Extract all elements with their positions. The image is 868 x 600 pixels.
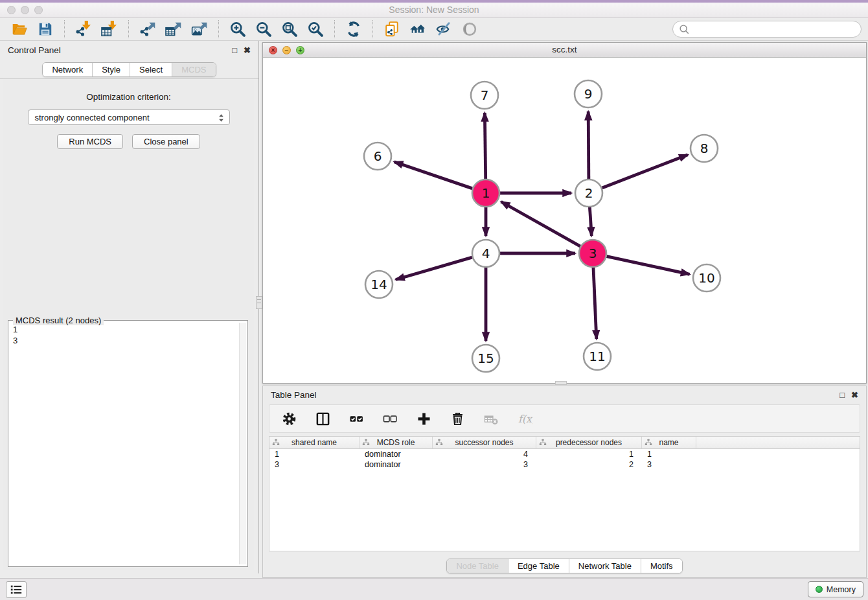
edge-2-3[interactable] bbox=[589, 207, 591, 236]
eye-button[interactable] bbox=[459, 19, 480, 39]
tab-network[interactable]: Network bbox=[43, 63, 92, 76]
add-row-button[interactable] bbox=[413, 409, 434, 428]
node-11[interactable]: 11 bbox=[584, 343, 611, 370]
result-scrollbar[interactable] bbox=[239, 323, 246, 564]
result-line: 1 bbox=[13, 324, 234, 335]
node-4[interactable]: 4 bbox=[472, 240, 499, 267]
node-3[interactable]: 3 bbox=[579, 240, 606, 267]
edge-3-1[interactable] bbox=[501, 202, 580, 246]
minimize-network-icon[interactable]: − bbox=[282, 46, 291, 54]
shared-column-icon bbox=[435, 439, 443, 446]
shared-column-icon bbox=[539, 439, 547, 446]
node-6[interactable]: 6 bbox=[364, 143, 391, 170]
tab-network-table[interactable]: Network Table bbox=[569, 559, 641, 573]
export-table-icon bbox=[165, 21, 182, 38]
table-row[interactable]: 1dominator411 bbox=[269, 449, 860, 459]
svg-text:3: 3 bbox=[589, 246, 597, 261]
columns-button[interactable] bbox=[312, 409, 333, 428]
zoom-out-button[interactable] bbox=[253, 19, 274, 39]
edge-2-9[interactable] bbox=[588, 111, 589, 179]
close-window-button[interactable] bbox=[7, 6, 16, 14]
delete-row-button[interactable] bbox=[447, 409, 468, 428]
table-row[interactable]: 3dominator323 bbox=[269, 459, 860, 470]
function-button[interactable]: f(x) bbox=[514, 409, 535, 428]
node-7[interactable]: 7 bbox=[471, 82, 498, 109]
minimize-window-button[interactable] bbox=[21, 6, 29, 14]
edge-3-11[interactable] bbox=[593, 268, 597, 339]
table-header-row: shared nameMCDS rolesuccessor nodesprede… bbox=[269, 437, 860, 449]
node-15[interactable]: 15 bbox=[472, 345, 499, 372]
memory-button[interactable]: Memory bbox=[808, 581, 863, 597]
edge-3-10[interactable] bbox=[607, 257, 690, 275]
close-panel-button[interactable]: Close panel bbox=[132, 134, 200, 149]
node-2[interactable]: 2 bbox=[575, 179, 602, 207]
network-canvas[interactable]: 1234678910111415 bbox=[263, 58, 866, 383]
zoom-window-button[interactable] bbox=[34, 6, 43, 14]
select-all-button[interactable] bbox=[346, 409, 367, 428]
delete-table-button[interactable] bbox=[481, 409, 501, 428]
close-network-icon[interactable]: × bbox=[269, 46, 277, 54]
tab-style[interactable]: Style bbox=[92, 63, 130, 76]
tab-motifs[interactable]: Motifs bbox=[641, 559, 682, 573]
column-header-MCDS-role[interactable]: MCDS role bbox=[360, 437, 433, 448]
import-network-button[interactable] bbox=[73, 19, 94, 39]
search-input[interactable] bbox=[690, 25, 856, 34]
float-panel-icon[interactable]: □ bbox=[232, 46, 237, 54]
vertical-splitter-handle[interactable] bbox=[256, 296, 262, 309]
criterion-value: strongly connected component bbox=[35, 113, 150, 122]
control-panel-title: Control Panel bbox=[8, 45, 61, 55]
toolbar-group bbox=[135, 19, 212, 39]
search-box[interactable] bbox=[672, 21, 862, 38]
close-panel-icon[interactable]: ✖ bbox=[244, 46, 251, 54]
column-header-successor-nodes[interactable]: successor nodes bbox=[433, 437, 536, 448]
node-14[interactable]: 14 bbox=[365, 271, 393, 298]
settings-button[interactable] bbox=[279, 409, 299, 428]
mcds-panel: Optimization criterion: strongly connect… bbox=[3, 79, 254, 570]
column-header-predecessor-nodes[interactable]: predecessor nodes bbox=[536, 437, 642, 448]
float-table-panel-icon[interactable]: □ bbox=[839, 391, 845, 399]
toolbar-group bbox=[379, 19, 483, 39]
mcds-result-text[interactable]: 13 bbox=[10, 323, 237, 564]
zoom-selected-button[interactable] bbox=[305, 19, 326, 39]
horizontal-splitter-handle[interactable] bbox=[555, 381, 567, 385]
toolbar-group bbox=[71, 19, 122, 39]
tab-mcds[interactable]: MCDS bbox=[172, 63, 215, 76]
tab-edge-table[interactable]: Edge Table bbox=[508, 559, 569, 573]
criterion-dropdown[interactable]: strongly connected component bbox=[28, 110, 230, 125]
zoom-fit-icon bbox=[281, 21, 298, 38]
column-header-name[interactable]: name bbox=[642, 437, 696, 448]
column-header-shared-name[interactable]: shared name bbox=[269, 437, 360, 448]
node-10[interactable]: 10 bbox=[693, 264, 720, 292]
export-image-button[interactable] bbox=[189, 19, 210, 39]
edge-1-6[interactable] bbox=[394, 162, 473, 189]
close-table-panel-icon[interactable]: ✖ bbox=[851, 391, 858, 399]
tab-select[interactable]: Select bbox=[130, 63, 172, 76]
zoom-fit-button[interactable] bbox=[279, 19, 300, 39]
node-9[interactable]: 9 bbox=[575, 80, 602, 108]
maximize-network-icon[interactable]: + bbox=[296, 46, 304, 54]
task-history-button[interactable] bbox=[6, 581, 27, 598]
edge-4-14[interactable] bbox=[396, 257, 472, 279]
save-session-button[interactable] bbox=[35, 19, 56, 39]
run-mcds-button[interactable]: Run MCDS bbox=[57, 134, 123, 149]
open-file-button[interactable] bbox=[9, 19, 30, 39]
cell-MCDS-role: dominator bbox=[360, 449, 433, 459]
network-window-titlebar[interactable]: × − + scc.txt bbox=[263, 43, 866, 58]
zoom-in-button[interactable] bbox=[227, 19, 248, 39]
tab-node-table[interactable]: Node Table bbox=[447, 559, 508, 573]
deselect-all-button[interactable] bbox=[380, 409, 400, 428]
copy-view-button[interactable] bbox=[382, 19, 402, 39]
home-button[interactable] bbox=[407, 19, 428, 39]
export-network-button[interactable] bbox=[137, 19, 158, 39]
style-button[interactable] bbox=[433, 19, 454, 39]
edge-2-8[interactable] bbox=[602, 155, 688, 188]
node-1[interactable]: 1 bbox=[472, 179, 499, 207]
refresh-button[interactable] bbox=[343, 19, 364, 39]
cell-successor-nodes: 3 bbox=[433, 459, 536, 470]
export-table-button[interactable] bbox=[163, 19, 184, 39]
import-table-button[interactable] bbox=[99, 19, 120, 39]
edge-1-7[interactable] bbox=[485, 113, 485, 179]
add-row-icon bbox=[417, 411, 431, 426]
app-titlebar: Session: New Session bbox=[0, 3, 868, 18]
node-8[interactable]: 8 bbox=[691, 135, 718, 162]
